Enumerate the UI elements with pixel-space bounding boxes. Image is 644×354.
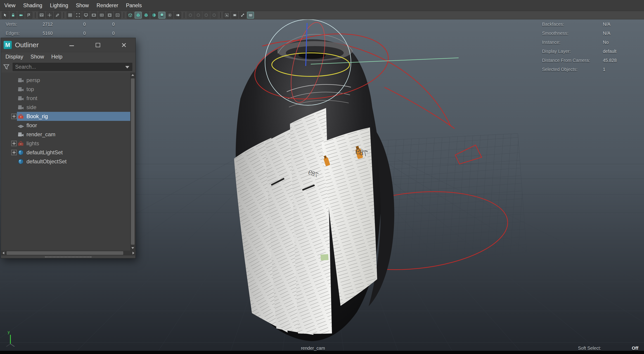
maximize-button[interactable]: [94, 41, 102, 49]
outliner-window[interactable]: M Outliner DisplayShowHelp persptopfront…: [1, 38, 136, 258]
film-gate-icon[interactable]: [74, 12, 82, 18]
screen-space-ao-icon[interactable]: [166, 12, 173, 18]
outliner-item-front[interactable]: front: [1, 94, 131, 103]
outliner-item-label: lights: [26, 139, 39, 148]
outliner-menu-help[interactable]: Help: [48, 53, 66, 60]
outliner-item-label: front: [26, 94, 37, 103]
outliner-item-defaultlightset[interactable]: defaultLightSet: [1, 148, 131, 157]
toolbar-separator: [220, 12, 221, 18]
isolate-select-icon[interactable]: [224, 12, 230, 18]
menu-shading[interactable]: Shading: [19, 0, 46, 11]
scroll-left-icon[interactable]: [2, 252, 4, 254]
toolbar-separator: [35, 12, 36, 18]
safe-title-icon[interactable]: [114, 12, 121, 18]
resolution-gate-icon[interactable]: [82, 12, 89, 18]
2d-pan-zoom-icon[interactable]: [46, 12, 53, 18]
search-dropdown-icon[interactable]: [125, 66, 129, 68]
camera-name-label: render_cam: [290, 346, 336, 351]
outliner-item-defaultobjectset[interactable]: defaultObjectSet: [1, 157, 131, 166]
lock-camera-icon[interactable]: [10, 12, 16, 18]
gate-mask-icon[interactable]: [90, 12, 97, 18]
field-chart-icon[interactable]: [98, 12, 105, 18]
bottom-strip: [0, 351, 644, 354]
exposure-icon[interactable]: [203, 12, 210, 18]
asset-icon: [18, 113, 24, 120]
safe-action-icon[interactable]: [106, 12, 113, 18]
menu-view[interactable]: View: [0, 0, 19, 11]
outliner-item-label: top: [26, 85, 34, 94]
camera-icon: [18, 131, 24, 138]
outliner-tree: persptopfrontsideBook_rigfloorrender_cam…: [1, 72, 131, 251]
outliner-menu-display[interactable]: Display: [2, 53, 27, 60]
camera-attributes-icon[interactable]: [18, 12, 24, 18]
outliner-item-label: defaultLightSet: [26, 148, 63, 157]
menu-lighting[interactable]: Lighting: [46, 0, 72, 11]
outliner-title: Outliner: [15, 38, 39, 52]
depth-of-field-icon[interactable]: [195, 12, 202, 18]
smooth-shade-icon[interactable]: [135, 12, 142, 18]
xray-icon[interactable]: [231, 12, 238, 18]
outliner-item-label: defaultObjectSet: [26, 157, 66, 166]
use-default-material-icon[interactable]: [150, 12, 158, 18]
scroll-up-icon[interactable]: [132, 74, 134, 76]
grid-icon[interactable]: [67, 12, 74, 18]
camera-icon: [18, 104, 24, 111]
outliner-item-side[interactable]: side: [1, 103, 131, 112]
gamma-icon[interactable]: [211, 12, 218, 18]
camera-icon: [18, 86, 24, 93]
set-icon: [18, 158, 24, 165]
expand-toggle-icon[interactable]: [11, 141, 17, 146]
expand-toggle-icon[interactable]: [11, 114, 17, 119]
window-resize-grip[interactable]: [1, 256, 136, 258]
menu-panels[interactable]: Panels: [122, 0, 146, 11]
asset-icon: [18, 140, 24, 147]
toolbar-separator: [184, 12, 184, 18]
outliner-item-label: persp: [26, 76, 40, 85]
outliner-item-render_cam[interactable]: render_cam: [1, 130, 131, 139]
horizontal-scroll-thumb[interactable]: [6, 251, 123, 255]
menu-show[interactable]: Show: [72, 0, 93, 11]
camera-icon: [18, 95, 24, 102]
textured-icon[interactable]: [143, 12, 150, 18]
image-plane-icon[interactable]: [38, 12, 45, 18]
mesh-icon: [18, 122, 24, 129]
outliner-item-lights[interactable]: lights: [1, 139, 131, 148]
outliner-titlebar[interactable]: M Outliner: [1, 38, 136, 52]
soft-select-value: Off: [632, 346, 638, 351]
scroll-down-icon[interactable]: [132, 247, 134, 249]
outliner-menu-show[interactable]: Show: [27, 53, 48, 60]
outliner-item-label: side: [26, 103, 36, 112]
menu-renderer[interactable]: Renderer: [93, 0, 122, 11]
set-icon: [18, 149, 24, 156]
hardware-fog-icon[interactable]: [247, 12, 254, 18]
horizontal-scrollbar[interactable]: [1, 251, 136, 256]
outliner-item-label: Book_rig: [26, 112, 48, 121]
motion-blur-icon[interactable]: [174, 12, 181, 18]
viewport-toolbar: [0, 11, 644, 19]
vertical-scroll-thumb[interactable]: [131, 78, 134, 245]
multisample-aa-icon[interactable]: [187, 12, 194, 18]
expand-toggle-icon[interactable]: [11, 150, 17, 155]
maya-logo-icon: M: [4, 41, 12, 49]
filter-icon[interactable]: [3, 63, 10, 70]
bookmark-icon[interactable]: [26, 12, 32, 18]
shadows-icon[interactable]: [158, 12, 165, 18]
xray-joints-icon[interactable]: [239, 12, 246, 18]
outliner-item-persp[interactable]: persp: [1, 76, 131, 85]
search-input[interactable]: [13, 63, 132, 71]
toolbar-separator: [124, 12, 124, 18]
close-button[interactable]: [120, 41, 128, 49]
minimize-button[interactable]: [68, 41, 76, 49]
wireframe-icon[interactable]: [127, 12, 134, 18]
soft-select-label: Soft Select:: [578, 346, 601, 351]
outliner-item-top[interactable]: top: [1, 85, 131, 94]
grease-pencil-icon[interactable]: [54, 12, 61, 18]
vertical-scrollbar[interactable]: [130, 72, 135, 251]
page-green-figure: [320, 254, 328, 261]
select-camera-icon[interactable]: [2, 12, 8, 18]
toolbar-separator: [64, 12, 64, 18]
scroll-right-icon[interactable]: [132, 252, 134, 254]
outliner-item-book_rig[interactable]: Book_rig: [1, 112, 131, 121]
outliner-item-floor[interactable]: floor: [1, 121, 131, 130]
camera-icon: [18, 77, 24, 84]
